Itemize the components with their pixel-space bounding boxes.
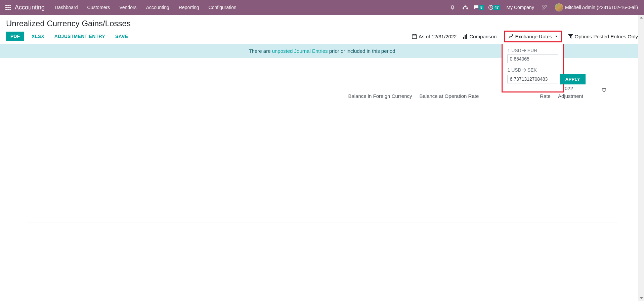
rate-eur-label: 1 USD EUR <box>507 48 558 53</box>
svg-rect-11 <box>467 8 468 9</box>
as-of-filter[interactable]: As of 12/31/2022 <box>412 34 457 39</box>
messages-badge: 8 <box>479 5 484 10</box>
arrow-right-icon <box>522 68 526 72</box>
apps-icon[interactable] <box>3 2 13 13</box>
xlsx-button[interactable]: XLSX <box>29 32 47 41</box>
comparison-filter[interactable]: Comparison: <box>463 34 498 39</box>
options-prefix: Options: <box>575 34 594 39</box>
messages-icon[interactable]: 8 <box>472 2 485 13</box>
nav-item-reporting[interactable]: Reporting <box>174 0 204 15</box>
svg-rect-3 <box>5 7 7 8</box>
col-balance-foreign: Balance in Foreign Currency <box>348 93 412 99</box>
user-name: Mitchell Admin (22316102-16-0-all) <box>565 5 638 10</box>
nav-item-configuration[interactable]: Configuration <box>204 0 241 15</box>
line-chart-icon <box>508 34 513 39</box>
cp-buttons: PDF XLSX ADJUSTMENT ENTRY SAVE <box>6 32 131 41</box>
svg-rect-2 <box>9 5 11 6</box>
save-button[interactable]: SAVE <box>113 32 131 41</box>
svg-rect-1 <box>7 5 9 6</box>
banner-prefix: There are <box>249 48 272 54</box>
rate-eur-input[interactable] <box>507 54 558 63</box>
svg-rect-4 <box>7 7 9 8</box>
svg-rect-19 <box>466 34 467 39</box>
rate-sek-input[interactable] <box>507 75 558 83</box>
tools-icon[interactable] <box>539 2 550 13</box>
support-icon[interactable] <box>460 2 471 13</box>
nav-item-vendors[interactable]: Vendors <box>115 0 141 15</box>
col-balance-operation: Balance at Operation Rate <box>419 93 479 99</box>
nav-brand[interactable]: Accounting <box>13 4 50 11</box>
report-debug-icon[interactable] <box>601 87 607 93</box>
activities-badge: 47 <box>493 5 500 10</box>
nav-item-customers[interactable]: Customers <box>83 0 115 15</box>
activities-icon[interactable]: 47 <box>487 2 502 13</box>
avatar <box>555 3 563 11</box>
nav-right: 8 47 My Company Mitchell Admin (22316102… <box>447 2 641 13</box>
control-panel: Unrealized Currency Gains/Losses PDF XLS… <box>0 15 644 44</box>
svg-rect-10 <box>463 8 464 9</box>
nav-item-accounting[interactable]: Accounting <box>141 0 174 15</box>
col-rate: Rate <box>540 93 551 99</box>
scroll-up-button[interactable] <box>638 15 644 21</box>
company-selector[interactable]: My Company <box>503 5 537 10</box>
options-filter[interactable]: Options:Posted Entries Only <box>568 34 638 39</box>
filter-icon <box>568 34 573 39</box>
nav-item-dashboard[interactable]: Dashboard <box>50 0 83 15</box>
arrow-right-icon <box>522 49 526 52</box>
svg-rect-17 <box>463 37 464 39</box>
nav-menu: Dashboard Customers Vendors Accounting R… <box>50 0 241 15</box>
svg-rect-6 <box>5 9 7 10</box>
svg-rect-13 <box>412 35 417 39</box>
bar-chart-icon <box>463 34 468 39</box>
user-menu[interactable]: Mitchell Admin (22316102-16-0-all) <box>552 3 641 11</box>
svg-rect-0 <box>5 5 7 6</box>
chevron-down-icon <box>555 36 558 37</box>
adjustment-entry-button[interactable]: ADJUSTMENT ENTRY <box>52 32 108 41</box>
rate-sek-label: 1 USD SEK <box>507 67 558 73</box>
svg-rect-7 <box>7 9 9 10</box>
exchange-rates-dropdown: 1 USD EUR 1 USD SEK APPLY <box>502 44 564 92</box>
svg-point-9 <box>465 6 466 7</box>
svg-rect-8 <box>9 9 11 10</box>
page-title: Unrealized Currency Gains/Losses <box>6 19 638 28</box>
report-column-headers: Balance in Foreign Currency Balance at O… <box>41 93 603 99</box>
nav-left: Accounting Dashboard Customers Vendors A… <box>3 0 241 15</box>
svg-rect-5 <box>9 7 11 8</box>
exchange-rates-label: Exchange Rates <box>515 34 552 39</box>
report-sheet: As of 12/31/2022 Balance in Foreign Curr… <box>27 75 617 223</box>
vertical-scrollbar[interactable] <box>638 15 644 223</box>
as-of-date: 12/31/2022 <box>431 34 457 39</box>
banner-link[interactable]: unposted Journal Entries <box>272 48 328 54</box>
top-navbar: Accounting Dashboard Customers Vendors A… <box>0 0 644 15</box>
control-panel-row: PDF XLSX ADJUSTMENT ENTRY SAVE As of 12/… <box>6 32 638 41</box>
svg-rect-18 <box>465 35 466 39</box>
calendar-icon <box>412 34 417 39</box>
cp-filters: As of 12/31/2022 Comparison: Exchange Ra… <box>412 34 638 39</box>
as-of-prefix: As of <box>419 34 431 39</box>
options-value: Posted Entries Only <box>593 34 638 39</box>
comparison-label: Comparison: <box>469 34 498 39</box>
col-adjustment: Adjustment <box>558 93 583 99</box>
exchange-rates-filter[interactable]: Exchange Rates 1 USD EUR 1 USD SEK <box>504 31 562 42</box>
banner-suffix: prior or included in this period <box>328 48 395 54</box>
pdf-button[interactable]: PDF <box>6 32 24 41</box>
apply-button[interactable]: APPLY <box>560 74 586 84</box>
debug-icon[interactable] <box>447 2 458 13</box>
